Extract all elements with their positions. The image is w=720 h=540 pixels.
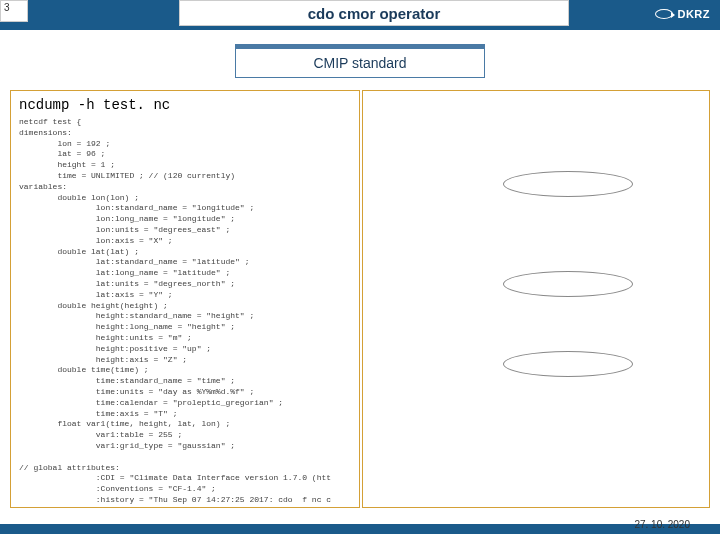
ellipse-2 [503, 271, 633, 297]
cmip-tab: CMIP standard [235, 48, 485, 78]
panels: ncdump -h test. nc netcdf test { dimensi… [10, 90, 710, 508]
footer-bar [0, 524, 720, 534]
footer-date: 27. 10. 2020 [634, 519, 690, 530]
ellipse-3 [503, 351, 633, 377]
slide-number: 3 [0, 0, 28, 22]
ncdump-output: netcdf test { dimensions: lon = 192 ; la… [11, 117, 359, 508]
footer: 27. 10. 2020 [0, 518, 720, 540]
left-panel: ncdump -h test. nc netcdf test { dimensi… [10, 90, 360, 508]
title-container: cdo cmor operator [28, 0, 720, 30]
logo-icon [655, 9, 673, 19]
slide-title: cdo cmor operator [179, 0, 569, 26]
logo-text: DKRZ [677, 8, 710, 20]
top-bar: 3 cdo cmor operator DKRZ [0, 0, 720, 30]
dkrz-logo: DKRZ [655, 4, 710, 24]
ellipse-1 [503, 171, 633, 197]
ncdump-command: ncdump -h test. nc [11, 91, 359, 117]
right-panel [362, 90, 710, 508]
